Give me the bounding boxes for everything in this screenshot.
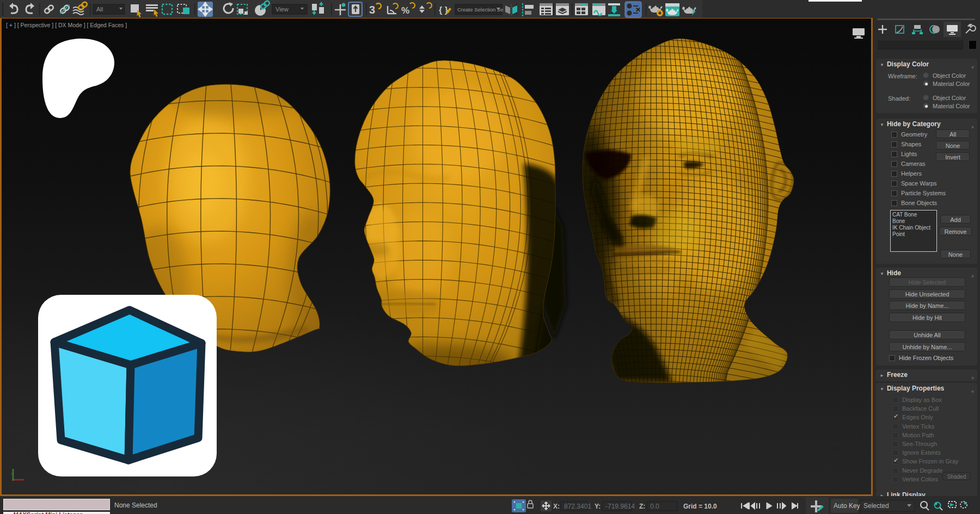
svg-text:✕: ✕ [635, 6, 641, 14]
svg-text:Selected: Selected [863, 502, 889, 510]
svg-text:-719.9614: -719.9614 [605, 503, 635, 510]
svg-text:Y:: Y: [595, 503, 601, 510]
svg-text:%: % [401, 5, 409, 16]
svg-text:View: View [275, 6, 289, 13]
svg-text:872.3401: 872.3401 [564, 503, 591, 510]
svg-text:All: All [96, 6, 103, 13]
svg-text:L: L [11, 471, 14, 476]
svg-text:3: 3 [369, 4, 375, 16]
svg-text:Auto Key: Auto Key [834, 502, 860, 510]
svg-text:X:: X: [553, 503, 560, 510]
svg-text:Grid = 10.0: Grid = 10.0 [683, 503, 717, 510]
svg-text:0.0: 0.0 [650, 503, 659, 510]
svg-text:Z:: Z: [639, 503, 645, 510]
svg-text:Create Selection Se: Create Selection Se [457, 7, 504, 13]
